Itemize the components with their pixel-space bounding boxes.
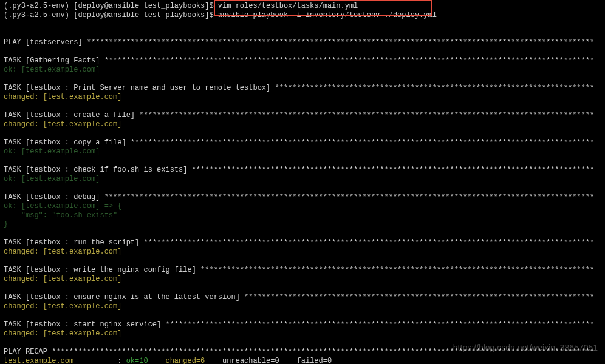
terminal-output: (.py3-a2.5-env) [deploy@ansible test_pla… [4,2,601,364]
blank-line [4,102,601,111]
terminal-line: TASK [testbox : copy a file] ***********… [4,138,601,147]
terminal-line: ok: [test.example.com] [4,175,601,184]
terminal-line: "msg": "foo.sh exists" [4,211,601,220]
terminal-line: (.py3-a2.5-env) [deploy@ansible test_pla… [4,2,601,11]
terminal-line: ok: [test.example.com] => { [4,202,601,211]
blank-line [4,47,601,56]
terminal-line: changed: [test.example.com] [4,275,601,284]
terminal-line: changed: [test.example.com] [4,302,601,311]
terminal-line: changed: [test.example.com] [4,93,601,102]
terminal-line: (.py3-a2.5-env) [deploy@ansible test_pla… [4,11,601,20]
terminal-line: ok: [test.example.com] [4,147,601,157]
blank-line [4,257,601,266]
terminal-line: TASK [testbox : start nginx service] ***… [4,320,601,329]
terminal-line: TASK [testbox : write the nginx config f… [4,266,601,275]
blank-line [4,184,601,193]
terminal-line: TASK [testbox : debug] *****************… [4,193,601,202]
terminal-line: PLAY RECAP *****************************… [4,348,601,357]
terminal-line: changed: [test.example.com] [4,120,601,129]
terminal-line: TASK [testbox : run the script] ********… [4,238,601,248]
blank-line [4,29,601,38]
terminal-line: TASK [testbox : create a file] *********… [4,111,601,120]
terminal-line: } [4,220,601,229]
terminal-line: TASK [testbox : Print Server name and us… [4,84,601,93]
blank-line [4,157,601,166]
terminal-line: changed: [test.example.com] [4,329,601,339]
blank-line [4,20,601,29]
terminal-line: TASK [Gathering Facts] *****************… [4,56,601,66]
terminal-line: PLAY [testservers] *********************… [4,38,601,47]
terminal-line: TASK [testbox : ensure nginx is at the l… [4,293,601,302]
blank-line [4,311,601,320]
blank-line [4,229,601,238]
terminal-line: ok: [test.example.com] [4,66,601,75]
blank-line [4,129,601,138]
terminal-line: test.example.com : ok=10 changed=6 unrea… [4,357,601,364]
terminal-line: TASK [testbox : check if foo.sh is exist… [4,166,601,175]
blank-line [4,75,601,84]
terminal-line: changed: [test.example.com] [4,248,601,257]
blank-line [4,284,601,293]
blank-line [4,339,601,348]
